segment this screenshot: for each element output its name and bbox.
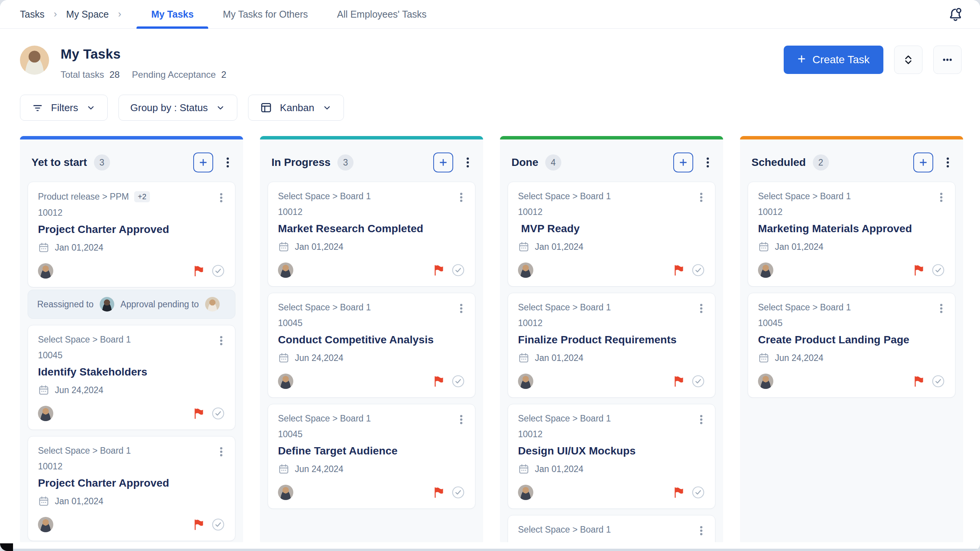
tab-all-employees-tasks[interactable]: All Employees' Tasks: [322, 0, 441, 28]
task-card[interactable]: Select Space > Board 1 10012 Marketing M…: [748, 182, 955, 287]
priority-flag-icon[interactable]: [672, 264, 684, 276]
assignee-avatar: [278, 485, 293, 500]
task-card[interactable]: Select Space > Board 1 10012 Market Rese…: [268, 182, 475, 287]
complete-check-icon[interactable]: [211, 407, 225, 420]
complete-check-icon[interactable]: [691, 263, 705, 277]
card-space-breadcrumb: Select Space > Board 1: [518, 302, 611, 313]
priority-flag-icon[interactable]: [672, 375, 684, 387]
complete-check-icon[interactable]: [451, 263, 465, 277]
complete-check-icon[interactable]: [451, 374, 465, 388]
total-tasks-value: 28: [109, 69, 120, 80]
task-card[interactable]: Select Space > Board 1 10045 Identify St…: [28, 325, 235, 430]
priority-flag-icon[interactable]: [672, 486, 684, 499]
extra-spaces-badge: +2: [134, 191, 150, 202]
task-id: 10012: [38, 461, 225, 472]
priority-flag-icon[interactable]: [192, 407, 204, 420]
priority-flag-icon[interactable]: [912, 264, 924, 276]
card-menu-button[interactable]: [697, 195, 705, 198]
priority-flag-icon[interactable]: [432, 375, 444, 387]
card-space-breadcrumb: Select Space > Board 1: [518, 191, 611, 202]
breadcrumb-my-space[interactable]: My Space: [66, 9, 109, 20]
add-task-button[interactable]: [673, 153, 693, 172]
task-card[interactable]: Select Space > Board 1 10012 Finalize Pr…: [508, 293, 715, 398]
calendar-icon: [38, 384, 49, 396]
card-menu-button[interactable]: [697, 528, 705, 532]
column-menu-button[interactable]: [703, 161, 712, 164]
priority-flag-icon[interactable]: [912, 375, 924, 387]
column-count-badge: 4: [545, 154, 561, 171]
group-by-button[interactable]: Group by : Status: [118, 95, 237, 121]
tab-bar: My Tasks My Tasks for Others All Employe…: [136, 0, 441, 28]
task-title: Define Target Audience: [278, 445, 465, 457]
view-selector-kanban[interactable]: Kanban: [248, 95, 344, 121]
column-menu-button[interactable]: [943, 161, 952, 164]
more-options-button[interactable]: [933, 46, 962, 74]
priority-flag-icon[interactable]: [192, 518, 204, 531]
due-date: Jan 01,2024: [55, 243, 104, 253]
add-task-button[interactable]: [913, 153, 933, 172]
column-count-badge: 3: [94, 154, 110, 171]
card-menu-button[interactable]: [937, 306, 945, 310]
user-avatar: [20, 46, 49, 75]
card-menu-button[interactable]: [217, 338, 225, 342]
task-id: 10045: [38, 350, 225, 361]
page-header: My Tasks Total tasks 28 Pending Acceptan…: [0, 29, 980, 80]
tab-my-tasks-for-others[interactable]: My Tasks for Others: [208, 0, 322, 28]
due-date: Jan 01,2024: [55, 496, 104, 507]
reassigned-to-label: Reassigned to: [37, 299, 94, 310]
card-menu-button[interactable]: [457, 306, 465, 310]
task-card[interactable]: Select Space > Board 1 10012 Project Cha…: [28, 436, 235, 541]
column-accent-bar: [740, 136, 963, 139]
task-card[interactable]: Select Space > Board 1 10045 Define Targ…: [268, 404, 475, 509]
due-date: Jun 24,2024: [55, 385, 104, 395]
card-menu-button[interactable]: [937, 195, 945, 198]
task-card[interactable]: Select Space > Board 1 10012 MVP Ready J…: [508, 182, 715, 287]
notification-bell-icon[interactable]: [946, 5, 965, 24]
task-card[interactable]: Product release > PPM +2 10012 Project C…: [28, 182, 235, 287]
card-space-breadcrumb: Select Space > Board 1: [278, 413, 371, 424]
card-menu-button[interactable]: [457, 417, 465, 421]
calendar-icon: [758, 241, 770, 253]
create-task-button[interactable]: + Create Task: [784, 46, 883, 74]
breadcrumb-tasks[interactable]: Tasks: [20, 9, 44, 20]
reassigned-to-avatar: [100, 297, 114, 312]
up-down-chevrons-icon: [902, 53, 915, 66]
tab-my-tasks[interactable]: My Tasks: [136, 0, 208, 28]
top-navigation: Tasks › My Space › My Tasks My Tasks for…: [0, 0, 980, 29]
task-id: 10012: [758, 207, 945, 217]
sort-button[interactable]: [894, 46, 922, 74]
complete-check-icon[interactable]: [931, 374, 945, 388]
card-menu-button[interactable]: [457, 195, 465, 198]
calendar-icon: [38, 495, 49, 507]
due-date: Jan 01,2024: [295, 242, 344, 252]
column-menu-button[interactable]: [223, 161, 232, 164]
column-menu-button[interactable]: [463, 161, 472, 164]
column-in-progress: In Progress 3 Select Space > Board 1 100…: [260, 136, 483, 542]
card-menu-button[interactable]: [217, 195, 225, 199]
task-card[interactable]: Select Space > Board 1 10045 Create Prod…: [748, 293, 955, 398]
filters-button[interactable]: Filters: [20, 95, 108, 121]
complete-check-icon[interactable]: [211, 518, 225, 531]
priority-flag-icon[interactable]: [432, 264, 444, 276]
assignee-avatar: [38, 263, 53, 279]
column-accent-bar: [260, 136, 483, 139]
complete-check-icon[interactable]: [691, 485, 705, 499]
horizontal-scrollbar[interactable]: [0, 549, 980, 551]
card-menu-button[interactable]: [217, 449, 225, 453]
priority-flag-icon[interactable]: [432, 486, 444, 499]
task-card[interactable]: Select Space > Board 1 10045 Conduct Com…: [268, 293, 475, 398]
complete-check-icon[interactable]: [931, 263, 945, 277]
card-menu-button[interactable]: [697, 306, 705, 310]
card-menu-button[interactable]: [697, 417, 705, 421]
add-task-button[interactable]: [193, 153, 213, 172]
complete-check-icon[interactable]: [211, 264, 225, 278]
task-card[interactable]: Select Space > Board 1 10012 Design UI/U…: [508, 404, 715, 509]
assignee-avatar: [518, 374, 533, 389]
due-date: Jun 24,2024: [295, 353, 344, 363]
priority-flag-icon[interactable]: [192, 265, 204, 277]
add-task-button[interactable]: [433, 153, 453, 172]
card-space-breadcrumb: Select Space > Board 1: [758, 302, 851, 313]
task-card-partial[interactable]: Select Space > Board 1: [508, 515, 715, 542]
complete-check-icon[interactable]: [691, 374, 705, 388]
complete-check-icon[interactable]: [451, 485, 465, 499]
